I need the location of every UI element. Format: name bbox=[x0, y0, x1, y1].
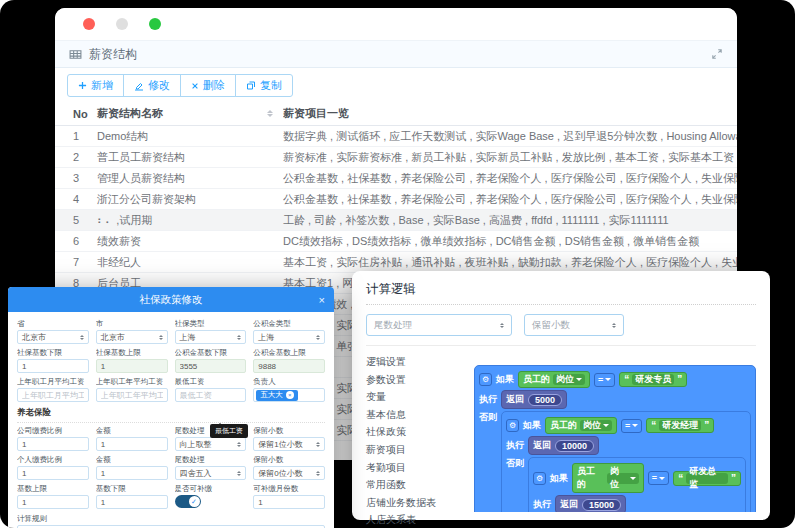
social-base-lower-input[interactable] bbox=[22, 362, 84, 371]
company-amount-input[interactable] bbox=[101, 440, 163, 449]
personal-amount-input[interactable] bbox=[101, 469, 163, 478]
personal-rounding-select[interactable]: 四舍五入 bbox=[175, 466, 247, 480]
rounding-select[interactable]: 尾数处理 bbox=[366, 314, 512, 336]
company-rounding-select[interactable]: 向上取整 bbox=[175, 437, 247, 451]
field-social-base-lower: 社保基数下限 bbox=[17, 348, 89, 373]
table-row[interactable]: 3 管理人员薪资结构 公积金基数 , 社保基数 , 养老保险公司 , 养老保险个… bbox=[55, 168, 737, 189]
company-ratio-input[interactable] bbox=[22, 440, 84, 449]
attr-dropdown[interactable]: 岗位 bbox=[553, 374, 585, 385]
modal-title: 社保政策修改 bbox=[140, 293, 203, 307]
table-row[interactable]: 4 浙江分公司薪资架构 公积金基数 , 社保基数 , 养老保险公司 , 养老保险… bbox=[55, 189, 737, 210]
modify-button[interactable]: 修改 bbox=[123, 74, 181, 97]
table-row[interactable]: 7 非经纪人 基本工资 , 实际住房补贴 , 通讯补贴 , 夜班补贴 , 缺勤扣… bbox=[55, 252, 737, 273]
avg-year-salary-input[interactable] bbox=[101, 391, 163, 400]
table-row[interactable]: 6 绩效薪资 DC绩效指标 , DS绩效指标 , 微单绩效指标 , DC销售金额… bbox=[55, 231, 737, 252]
menu-item-person-shop-table[interactable]: 人店关系表 bbox=[366, 511, 468, 528]
minimize-traffic-button[interactable] bbox=[116, 18, 128, 30]
fund-base-upper-input[interactable] bbox=[258, 362, 320, 371]
zoom-traffic-button[interactable] bbox=[149, 18, 161, 30]
owner-tag-field[interactable]: 五大大 × bbox=[253, 388, 325, 402]
employee-attr-block[interactable]: 员工的 岗位 bbox=[518, 371, 590, 388]
if-block-3[interactable]: ⚙ 如果 员工的 岗位 = “ bbox=[528, 457, 746, 512]
attr-dropdown[interactable]: 岗位 bbox=[580, 420, 612, 431]
employee-attr-block[interactable]: 员工的 岗位 bbox=[545, 417, 617, 434]
gear-icon[interactable]: ⚙ bbox=[533, 472, 546, 485]
fund-base-lower-input[interactable] bbox=[180, 362, 242, 371]
table-row[interactable]: 2 普工员工薪资结构 薪资标准 , 实际薪资标准 , 新员工补贴 , 实际新员工… bbox=[55, 147, 737, 168]
string-block[interactable]: “ 研发专员 ” bbox=[619, 372, 687, 387]
min-salary-input[interactable] bbox=[180, 391, 242, 400]
sort-icon[interactable] bbox=[267, 107, 273, 120]
select-caret-icon bbox=[237, 469, 241, 478]
base-upper-input[interactable] bbox=[22, 498, 84, 507]
social-type-select[interactable]: 上海 bbox=[175, 330, 247, 344]
table-row-highlighted[interactable]: 5 ⠆⠄ ,试用期 工龄 , 司龄 , 补签次数 , Base , 实际Base… bbox=[55, 210, 737, 231]
if-block-1[interactable]: ⚙ 如果 员工的 岗位 = “ 研发专员 ” bbox=[474, 365, 756, 512]
row-items: DC绩效指标 , DS绩效指标 , 微单绩效指标 , DC销售金额 , DS销售… bbox=[283, 234, 737, 249]
fund-type-select[interactable]: 上海 bbox=[253, 330, 325, 344]
delete-button[interactable]: 删除 bbox=[180, 74, 236, 97]
field-company-ratio: 公司缴费比例 bbox=[17, 426, 89, 451]
city-select[interactable]: 北京市 bbox=[96, 330, 168, 344]
menu-item-variables[interactable]: 变量 bbox=[366, 388, 468, 406]
return-block[interactable]: 返回 5000 bbox=[501, 390, 567, 409]
menu-item-attendance-items[interactable]: 考勤项目 bbox=[366, 459, 468, 477]
expand-icon[interactable] bbox=[711, 48, 723, 60]
if-block-2[interactable]: ⚙ 如果 员工的 岗位 = “ 研发经理 ” bbox=[501, 411, 751, 512]
menu-item-common-functions[interactable]: 常用函数 bbox=[366, 476, 468, 494]
menu-item-social-policy[interactable]: 社保政策 bbox=[366, 423, 468, 441]
return-block[interactable]: 返回 15000 bbox=[555, 495, 626, 512]
social-base-upper-input[interactable] bbox=[101, 362, 163, 371]
menu-item-basic-info[interactable]: 基本信息 bbox=[366, 406, 468, 424]
personal-decimal-select[interactable]: 保留0位小数 bbox=[253, 466, 325, 480]
close-icon[interactable]: × bbox=[319, 287, 325, 312]
personal-ratio-input[interactable] bbox=[22, 469, 84, 478]
copy-button[interactable]: 复制 bbox=[235, 74, 293, 97]
desktop-background: 薪资结构 新增 修改 删除 复制 bbox=[0, 0, 795, 528]
menu-item-params[interactable]: 参数设置 bbox=[366, 371, 468, 389]
return-value[interactable]: 10000 bbox=[555, 440, 594, 452]
avg-month-salary-input[interactable] bbox=[22, 391, 84, 400]
operator-block[interactable]: = bbox=[648, 471, 669, 485]
menu-item-salary-items[interactable]: 薪资项目 bbox=[366, 441, 468, 459]
string-block[interactable]: “ 研发经理 ” bbox=[646, 418, 714, 433]
tag-close-icon[interactable]: × bbox=[286, 391, 294, 399]
return-value[interactable]: 15000 bbox=[582, 499, 621, 511]
menu-item-logic[interactable]: 逻辑设置 bbox=[366, 353, 468, 371]
table-row[interactable]: 1 Demo结构 数据字典 , 测试循环 , 应工作天数测试 , 实际Wage … bbox=[55, 126, 737, 147]
backpay-months-input[interactable] bbox=[258, 498, 320, 507]
row-name: 非经纪人 bbox=[97, 255, 283, 270]
return-block[interactable]: 返回 10000 bbox=[528, 436, 599, 455]
edit-icon bbox=[134, 81, 144, 91]
field-avg-year-salary: 上年职工年平均工资 bbox=[96, 377, 168, 402]
select-caret-icon bbox=[612, 321, 616, 330]
app-header: 薪资结构 bbox=[55, 40, 737, 68]
row-no: 6 bbox=[55, 235, 97, 247]
gear-icon[interactable]: ⚙ bbox=[506, 419, 519, 432]
return-value[interactable]: 5000 bbox=[528, 394, 562, 406]
chevron-down-icon bbox=[576, 378, 582, 384]
company-decimal-select[interactable]: 保留1位小数 bbox=[253, 437, 325, 451]
decimal-select[interactable]: 保留小数 bbox=[524, 314, 624, 336]
base-lower-input[interactable] bbox=[101, 498, 163, 507]
social-policy-modal: 社保政策修改 × 省 北京市 市 北京市 社保类型 上海 公积金类型 bbox=[8, 287, 334, 528]
allow-backpay-toggle[interactable]: ✓ bbox=[175, 495, 201, 508]
menu-item-shop-business-table[interactable]: 店铺业务数据表 bbox=[366, 494, 468, 512]
employee-attr-block[interactable]: 员工的 岗位 bbox=[572, 463, 644, 493]
province-select[interactable]: 北京市 bbox=[17, 330, 89, 344]
string-block[interactable]: “ 研发总监 ” bbox=[673, 471, 741, 486]
owner-tag[interactable]: 五大大 × bbox=[256, 390, 298, 401]
field-personal-amount: 金额 bbox=[96, 455, 168, 480]
close-traffic-button[interactable] bbox=[83, 18, 95, 30]
column-name[interactable]: 薪资结构名称 bbox=[97, 106, 283, 121]
field-personal-rounding: 尾数处理 四舍五入 bbox=[175, 455, 247, 480]
modal-header[interactable]: 社保政策修改 × bbox=[8, 287, 334, 312]
gear-icon[interactable]: ⚙ bbox=[479, 373, 492, 386]
calc-logic-panel: 计算逻辑 尾数处理 保留小数 逻辑设置 参数设置 变量 基本信息 社保政策 薪资… bbox=[352, 271, 770, 520]
attr-dropdown[interactable]: 岗位 bbox=[607, 473, 639, 484]
blockly-workspace[interactable]: ⚙ 如果 员工的 岗位 = “ 研发专员 ” bbox=[468, 346, 756, 512]
operator-block[interactable]: = bbox=[594, 373, 615, 387]
toggle-check-icon: ✓ bbox=[189, 496, 200, 507]
add-button[interactable]: 新增 bbox=[67, 74, 124, 97]
operator-block[interactable]: = bbox=[621, 419, 642, 433]
